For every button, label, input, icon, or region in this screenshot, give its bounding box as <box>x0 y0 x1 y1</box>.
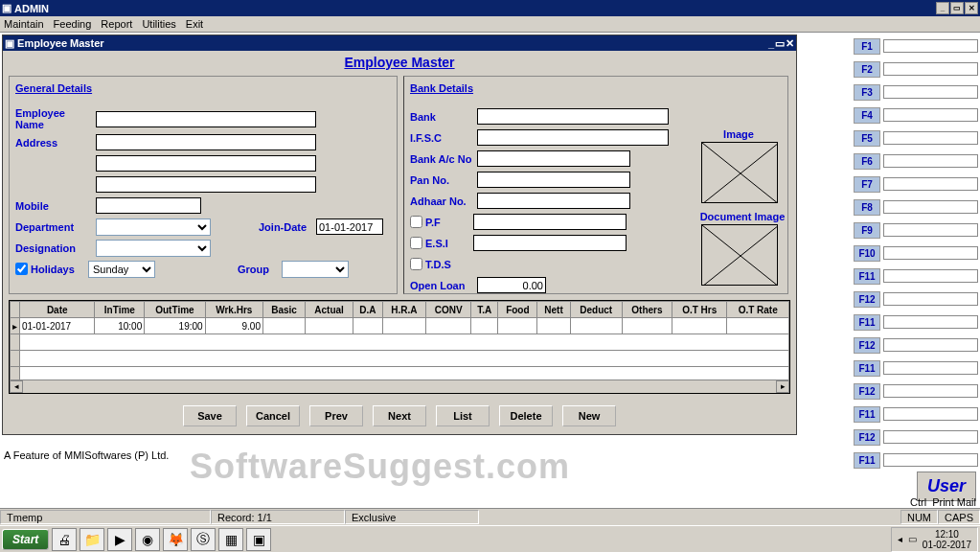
grid-header[interactable]: Wrk.Hrs <box>205 302 262 318</box>
taskbar-icon-terminal[interactable]: ▶ <box>107 528 132 551</box>
fkey-row[interactable]: F11 <box>854 449 978 471</box>
fkey-row[interactable]: F12 <box>854 380 978 402</box>
grid-cell[interactable] <box>306 318 353 334</box>
grid-header[interactable]: OutTime <box>145 302 205 318</box>
grid-cell[interactable] <box>382 318 425 334</box>
child-minimize-button[interactable]: _ <box>768 37 774 50</box>
fkey-row[interactable]: F11 <box>854 265 978 287</box>
system-tray[interactable]: ◂ ▭ 12:10 01-02-2017 <box>891 527 978 552</box>
cancel-button[interactable]: Cancel <box>246 405 300 426</box>
menu-exit[interactable]: Exit <box>186 18 203 30</box>
attendance-grid[interactable]: DateInTimeOutTimeWrk.HrsBasicActualD.AH.… <box>9 300 790 394</box>
taskbar-icon-app1[interactable]: ▦ <box>218 528 243 551</box>
grid-cell[interactable] <box>471 318 498 334</box>
fkey-row[interactable]: F1 <box>854 35 978 57</box>
menu-utilities[interactable]: Utilities <box>142 18 175 30</box>
taskbar-icon-skype[interactable]: Ⓢ <box>191 528 216 551</box>
fkey-row[interactable]: F12 <box>854 288 978 310</box>
save-button[interactable]: Save <box>183 405 237 426</box>
delete-button[interactable]: Delete <box>499 405 553 426</box>
grid-header[interactable]: InTime <box>95 302 145 318</box>
fkey-row[interactable]: F5 <box>854 127 978 149</box>
fkey-row[interactable]: F11 <box>854 403 978 425</box>
bank-ac-input[interactable] <box>477 150 630 167</box>
fkey-row[interactable]: F2 <box>854 58 978 80</box>
fkey-row[interactable]: F4 <box>854 104 978 126</box>
grid-header[interactable]: H.R.A <box>382 302 425 318</box>
pf-input[interactable] <box>473 214 627 230</box>
close-button[interactable]: ✕ <box>965 2 978 14</box>
image-box[interactable] <box>701 142 778 203</box>
grid-cell[interactable] <box>262 318 305 334</box>
taskbar-icon-fox[interactable]: 🦊 <box>163 528 188 551</box>
esi-input[interactable] <box>473 235 627 251</box>
grid-header[interactable]: Food <box>498 302 537 318</box>
mobile-input[interactable] <box>96 197 201 214</box>
doc-image-box[interactable] <box>701 224 778 286</box>
taskbar-icon-printer[interactable]: 🖨 <box>52 528 77 551</box>
tds-checkbox[interactable] <box>410 258 422 270</box>
pan-input[interactable] <box>477 172 630 188</box>
grid-header[interactable]: O.T Rate <box>727 302 789 318</box>
start-button[interactable]: Start <box>2 529 49 550</box>
grid-cell[interactable] <box>353 318 382 334</box>
grid-cell[interactable] <box>672 318 726 334</box>
scroll-right-icon[interactable]: ▸ <box>776 380 789 393</box>
fkey-row[interactable]: F12 <box>854 334 978 356</box>
fkey-row[interactable]: F12 <box>854 426 978 448</box>
grid-header[interactable]: Deduct <box>570 302 622 318</box>
grid-cell[interactable]: 9.00 <box>205 318 262 334</box>
grid-scrollbar[interactable]: ◂ ▸ <box>10 380 789 393</box>
fkey-row[interactable]: F11 <box>854 357 978 379</box>
grid-cell[interactable] <box>727 318 789 334</box>
print-mail[interactable]: Print Mail <box>932 496 976 508</box>
grid-header[interactable]: Actual <box>306 302 353 318</box>
fkey-row[interactable]: F6 <box>854 150 978 172</box>
menu-feeding[interactable]: Feeding <box>54 18 92 30</box>
next-button[interactable]: Next <box>373 405 426 426</box>
taskbar-icon-chrome[interactable]: ◉ <box>135 528 160 551</box>
holidays-checkbox[interactable] <box>15 263 28 275</box>
minimize-button[interactable]: _ <box>936 2 949 14</box>
taskbar-icon-folder[interactable]: 📁 <box>80 528 104 551</box>
fkey-row[interactable]: F7 <box>854 173 978 195</box>
holidays-select[interactable]: Sunday <box>88 261 155 278</box>
grid-header[interactable]: Nett <box>537 302 570 318</box>
address-input-2[interactable] <box>96 155 316 172</box>
grid-header[interactable]: Date <box>20 302 95 318</box>
group-select[interactable] <box>282 261 349 278</box>
address-input-3[interactable] <box>96 176 316 193</box>
pf-checkbox[interactable] <box>410 216 422 228</box>
grid-cell[interactable]: 19:00 <box>145 318 205 334</box>
child-maximize-button[interactable]: ▭ <box>775 37 785 50</box>
fkey-row[interactable]: F9 <box>854 219 978 241</box>
grid-header[interactable]: Basic <box>262 302 305 318</box>
grid-cell[interactable] <box>498 318 537 334</box>
list-button[interactable]: List <box>436 405 490 426</box>
fkey-row[interactable]: F8 <box>854 196 978 218</box>
maximize-button[interactable]: ▭ <box>950 2 964 14</box>
grid-cell[interactable] <box>426 318 471 334</box>
open-loan-input[interactable] <box>477 277 546 293</box>
fkey-row[interactable]: F11 <box>854 311 978 333</box>
fkey-row[interactable]: F10 <box>854 242 978 264</box>
menu-maintain[interactable]: Maintain <box>4 18 44 30</box>
join-date-input[interactable] <box>316 218 383 235</box>
menu-report[interactable]: Report <box>101 18 132 30</box>
adhaar-input[interactable] <box>477 193 630 209</box>
grid-cell[interactable]: 01-01-2017 <box>20 318 95 334</box>
grid-header[interactable]: Others <box>622 302 672 318</box>
child-close-button[interactable]: ✕ <box>786 37 794 50</box>
scroll-left-icon[interactable]: ◂ <box>10 380 23 393</box>
address-input-1[interactable] <box>96 134 316 150</box>
grid-header[interactable]: O.T Hrs <box>672 302 726 318</box>
grid-cell[interactable] <box>622 318 672 334</box>
bank-input[interactable] <box>477 108 669 125</box>
esi-checkbox[interactable] <box>410 237 422 249</box>
taskbar-icon-app2[interactable]: ▣ <box>246 528 271 551</box>
prev-button[interactable]: Prev <box>309 405 363 426</box>
new-button[interactable]: New <box>562 405 616 426</box>
fkey-row[interactable]: F3 <box>854 81 978 103</box>
grid-cell[interactable] <box>537 318 570 334</box>
grid-header[interactable]: CONV <box>426 302 471 318</box>
